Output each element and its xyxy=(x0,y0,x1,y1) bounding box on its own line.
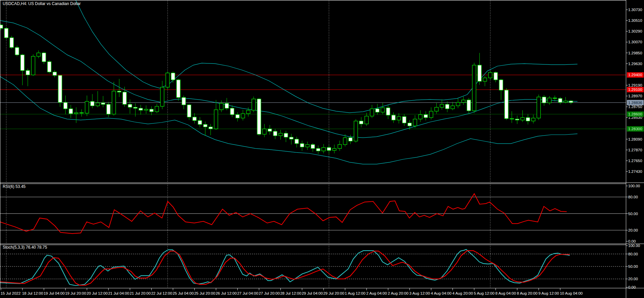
time-axis-label: 15 Jul 2022 xyxy=(1,291,21,295)
time-axis-label: 28 Jul 12:00 xyxy=(280,291,301,295)
rsi-axis-label: 100.00 xyxy=(628,184,640,188)
candle xyxy=(279,130,282,140)
candle xyxy=(273,129,277,139)
candle-body xyxy=(214,110,218,129)
candle xyxy=(4,27,8,40)
bollinger-upper-line xyxy=(76,0,577,113)
price-axis-label: 1.27430 xyxy=(628,169,642,173)
candle-body xyxy=(365,116,368,124)
candle xyxy=(483,76,487,86)
candle xyxy=(349,135,352,144)
candle-body xyxy=(252,99,255,110)
candle-body xyxy=(440,104,444,107)
stoch-axis-label: 80.00 xyxy=(628,252,638,256)
rsi-axis-label: 20.00 xyxy=(628,228,638,232)
candle xyxy=(112,82,116,116)
candle xyxy=(246,107,250,117)
candle xyxy=(375,104,379,115)
candle-body xyxy=(311,145,315,149)
time-axis-label: 29 Jul 20:00 xyxy=(323,291,345,295)
candle-body xyxy=(461,100,465,102)
candle xyxy=(488,71,492,80)
candle-body xyxy=(569,101,573,103)
candle-body xyxy=(21,55,24,70)
candle-body xyxy=(203,125,207,127)
candle xyxy=(101,96,105,107)
candle-body xyxy=(537,97,540,118)
rsi-axis-label: 80.00 xyxy=(628,195,638,199)
candle-body xyxy=(548,98,551,103)
candle-body xyxy=(343,138,347,145)
candle xyxy=(53,70,56,78)
candle xyxy=(15,46,19,56)
price-axis-label: 1.30510 xyxy=(628,18,642,22)
candle-body xyxy=(332,148,336,150)
time-axis-label: 19 Jul 04:00 xyxy=(44,291,65,295)
stoch-signal-line xyxy=(0,251,570,285)
candle-body xyxy=(150,109,153,112)
price-badge-label: 1.28836 xyxy=(628,101,642,105)
candle xyxy=(306,142,309,150)
candle-body xyxy=(90,101,94,106)
time-axis[interactable]: 15 Jul 202218 Jul 12:0019 Jul 04:0019 Ju… xyxy=(1,288,583,295)
candle xyxy=(230,105,234,117)
candle-body xyxy=(510,118,514,119)
rsi-indicator-label: RSI(6) 53.45 xyxy=(3,184,26,189)
candle-body xyxy=(327,148,331,151)
candle-body xyxy=(322,148,325,151)
time-axis-label: 4 Aug 20:00 xyxy=(452,291,473,295)
time-axis-label: 27 Jul 04:00 xyxy=(237,291,258,295)
candle xyxy=(445,101,449,112)
candle xyxy=(166,71,169,90)
candle xyxy=(526,114,530,125)
candle xyxy=(107,102,110,117)
candle-body xyxy=(306,145,309,147)
price-axis[interactable]: 1.307301.305101.302901.300701.298501.296… xyxy=(626,8,644,289)
candle-body xyxy=(553,98,557,99)
candle xyxy=(542,95,546,106)
candle xyxy=(139,105,143,114)
price-axis-label: 1.28750 xyxy=(628,105,642,109)
time-axis-label: 2 Aug 04:00 xyxy=(366,291,387,295)
stoch-axis-label: 50.00 xyxy=(628,264,638,268)
time-axis-label: 8 Aug 20:00 xyxy=(517,291,537,295)
candle xyxy=(413,115,417,128)
candle xyxy=(537,95,540,120)
price-axis-label: 1.29630 xyxy=(628,62,642,66)
time-axis-label: 21 Jul 04:00 xyxy=(108,291,129,295)
price-chart[interactable]: 1.307301.305101.302901.300701.298501.296… xyxy=(0,0,644,298)
candle-body xyxy=(349,138,352,141)
candle xyxy=(10,36,13,49)
candle xyxy=(494,71,497,82)
stoch-axis-label: 20.00 xyxy=(628,277,638,281)
candle xyxy=(214,100,218,130)
candle xyxy=(236,112,239,121)
candle xyxy=(0,24,3,30)
candle xyxy=(69,105,73,118)
candle-body xyxy=(435,107,438,111)
candle xyxy=(295,137,298,147)
candle xyxy=(338,141,341,151)
candle-body xyxy=(96,103,99,106)
candle-body xyxy=(53,72,56,76)
candle-body xyxy=(225,103,229,108)
candle-body xyxy=(112,91,116,114)
candle-body xyxy=(472,65,476,111)
candle-body xyxy=(193,117,196,120)
candle xyxy=(381,103,385,114)
candle xyxy=(252,97,255,112)
candle xyxy=(531,115,535,123)
time-axis-label: 29 Jul 04:00 xyxy=(302,291,323,295)
candle xyxy=(26,68,30,86)
time-axis-label: 18 Jul 12:00 xyxy=(22,291,43,295)
candle xyxy=(193,113,196,123)
candle xyxy=(300,141,304,151)
candle-body xyxy=(424,115,428,118)
candle-body xyxy=(246,110,250,114)
chart-title: USDCAD,H4: US Dollar vs Canadian Dollar xyxy=(3,1,81,6)
candle-body xyxy=(515,119,519,120)
stoch-axis-label: 100.00 xyxy=(628,244,640,248)
candle-body xyxy=(139,108,143,110)
candle-body xyxy=(117,91,121,92)
candle-body xyxy=(359,121,363,124)
